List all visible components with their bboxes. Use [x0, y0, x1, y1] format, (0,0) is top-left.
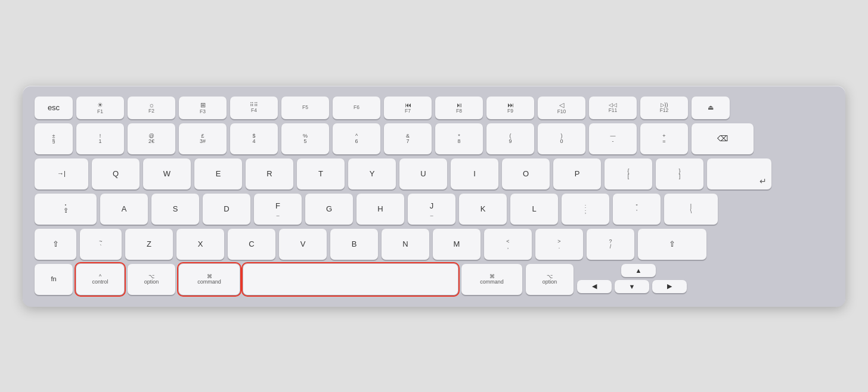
key-6[interactable]: ^ 6	[333, 123, 380, 154]
key-right-option[interactable]: ⌥ option	[526, 264, 574, 295]
key-f1[interactable]: ☀ F1	[76, 97, 124, 119]
key-right-shift[interactable]: ⇧	[638, 229, 706, 260]
qwerty-row: →| Q W E R T Y U I O P { [ } ] ↵	[35, 158, 833, 189]
asdf-row: • ⇪ A S D F _ G H J _ K L : ; " ' | \	[35, 194, 833, 225]
key-h[interactable]: H	[356, 194, 404, 225]
key-arrow-right[interactable]: ▶	[652, 280, 687, 293]
key-k[interactable]: K	[459, 194, 507, 225]
fn-row: esc ☀ F1 ☼ F2 ⊞ F3 ⠿⠿ F4 F5 F6 ⏮ F7 ⏯	[35, 97, 833, 119]
key-left-shift[interactable]: ⇧	[35, 229, 76, 260]
key-arrow-left[interactable]: ◀	[577, 280, 612, 293]
key-period[interactable]: > .	[535, 229, 583, 260]
key-1[interactable]: ! 1	[76, 123, 124, 154]
key-o[interactable]: O	[502, 158, 550, 189]
key-s[interactable]: S	[151, 194, 199, 225]
key-c[interactable]: C	[228, 229, 275, 260]
number-row: ± § ! 1 @ 2€ £ 3# $ 4 % 5 ^ 6 & 7	[35, 123, 833, 154]
key-rbracket[interactable]: } ]	[656, 158, 703, 189]
key-7[interactable]: & 7	[384, 123, 432, 154]
key-fn[interactable]: fn	[35, 264, 73, 295]
key-return[interactable]: ↵	[707, 158, 771, 189]
key-a[interactable]: A	[100, 194, 148, 225]
key-left-command[interactable]: ⌘ command	[179, 264, 240, 295]
key-f[interactable]: F _	[254, 194, 302, 225]
key-b[interactable]: B	[330, 229, 378, 260]
key-f3[interactable]: ⊞ F3	[179, 97, 227, 119]
key-v[interactable]: V	[279, 229, 327, 260]
key-eject[interactable]: ⏏	[692, 97, 730, 119]
key-2[interactable]: @ 2€	[128, 123, 175, 154]
key-control[interactable]: ^ control	[76, 264, 124, 295]
key-slash[interactable]: ? /	[587, 229, 634, 260]
key-f9[interactable]: ⏭ F9	[486, 97, 534, 119]
key-d[interactable]: D	[203, 194, 250, 225]
key-t[interactable]: T	[297, 158, 345, 189]
key-z[interactable]: Z	[125, 229, 173, 260]
key-left-option[interactable]: ⌥ option	[128, 264, 175, 295]
key-f5[interactable]: F5	[281, 97, 329, 119]
key-f7[interactable]: ⏮ F7	[384, 97, 432, 119]
key-i[interactable]: I	[451, 158, 498, 189]
key-f10[interactable]: ◁ F10	[538, 97, 585, 119]
key-esc[interactable]: esc	[35, 97, 73, 119]
key-f11[interactable]: ◁◁ F11	[589, 97, 637, 119]
key-lbracket[interactable]: { [	[604, 158, 652, 189]
key-8[interactable]: * 8	[435, 123, 483, 154]
arrow-keys-group: ▲ ◀ ▼ ▶	[577, 264, 656, 295]
key-arrow-up[interactable]: ▲	[621, 264, 656, 277]
key-backslash[interactable]: | \	[664, 194, 718, 225]
bottom-row: fn ^ control ⌥ option ⌘ command ⌘ comman…	[35, 264, 833, 295]
key-4[interactable]: $ 4	[230, 123, 278, 154]
key-f6[interactable]: F6	[333, 97, 380, 119]
key-3[interactable]: £ 3#	[179, 123, 227, 154]
key-e[interactable]: E	[194, 158, 242, 189]
zxcv-row: ⇧ ~ ` Z X C V B N M < , > . ? / ⇧	[35, 229, 833, 260]
key-f12[interactable]: ▷)) F12	[640, 97, 688, 119]
key-comma[interactable]: < ,	[484, 229, 532, 260]
key-f8[interactable]: ⏯ F8	[435, 97, 483, 119]
key-n[interactable]: N	[382, 229, 429, 260]
key-f4[interactable]: ⠿⠿ F4	[230, 97, 278, 119]
key-equals[interactable]: + =	[640, 123, 688, 154]
key-5[interactable]: % 5	[281, 123, 329, 154]
key-j[interactable]: J _	[408, 194, 455, 225]
key-l[interactable]: L	[510, 194, 558, 225]
key-r[interactable]: R	[246, 158, 293, 189]
key-quote[interactable]: " '	[613, 194, 661, 225]
key-semicolon[interactable]: : ;	[562, 194, 609, 225]
key-right-command[interactable]: ⌘ command	[461, 264, 522, 295]
key-q[interactable]: Q	[92, 158, 140, 189]
key-g[interactable]: G	[305, 194, 353, 225]
key-backspace[interactable]: ⌫	[692, 123, 754, 154]
key-p[interactable]: P	[553, 158, 601, 189]
key-y[interactable]: Y	[348, 158, 396, 189]
key-w[interactable]: W	[143, 158, 191, 189]
key-tab[interactable]: →|	[35, 158, 88, 189]
key-tilde[interactable]: ~ `	[80, 229, 122, 260]
keyboard: esc ☀ F1 ☼ F2 ⊞ F3 ⠿⠿ F4 F5 F6 ⏮ F7 ⏯	[23, 86, 845, 307]
key-m[interactable]: M	[433, 229, 480, 260]
key-x[interactable]: X	[176, 229, 224, 260]
key-arrow-down[interactable]: ▼	[615, 280, 649, 293]
key-u[interactable]: U	[399, 158, 447, 189]
key-0[interactable]: ) 0	[538, 123, 585, 154]
key-spacebar[interactable]	[243, 264, 458, 295]
key-f2[interactable]: ☼ F2	[128, 97, 175, 119]
key-caps-lock[interactable]: • ⇪	[35, 194, 97, 225]
key-minus[interactable]: — -	[589, 123, 637, 154]
key-section[interactable]: ± §	[35, 123, 73, 154]
key-9[interactable]: ( 9	[486, 123, 534, 154]
